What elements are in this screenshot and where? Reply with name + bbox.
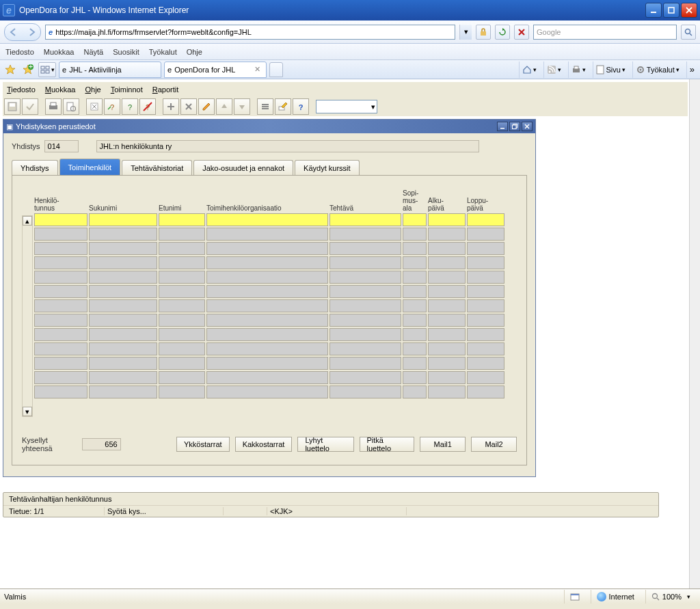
clear-icon[interactable] [86,98,103,115]
insert-record-icon[interactable] [163,98,179,115]
grid-cell[interactable] [428,385,466,398]
grid-cell[interactable] [467,314,504,327]
delete-record-icon[interactable] [180,98,197,115]
forward-button[interactable] [23,24,40,40]
grid-scrollbar[interactable]: ▴ ▾ [22,215,33,417]
mdi-close-button[interactable] [522,122,533,131]
ie-menu-suosikit[interactable]: Suosikit [113,48,139,56]
grid-cell[interactable] [467,328,504,341]
arrow-down-icon[interactable] [234,98,250,115]
search-input[interactable]: Google [533,25,677,40]
save-icon[interactable] [4,98,21,115]
grid-cell[interactable] [34,242,88,255]
grid-cell[interactable] [206,242,328,255]
ie-scrollbar[interactable] [689,79,700,588]
favorites-star-icon[interactable] [3,62,18,77]
feeds-button[interactable]: ▾ [543,62,564,78]
tab-jako-osuudet[interactable]: Jako-osuudet ja ennakot [193,160,293,175]
grid-cell[interactable] [159,256,205,269]
grid-cell[interactable] [89,213,157,226]
grid-cell[interactable] [329,271,401,284]
list-icon[interactable] [257,98,273,115]
ykkostarrat-button[interactable]: Ykköstarrat [176,437,230,452]
tab-opendora[interactable]: e OpenDora for JHL ✕ [164,62,267,78]
grid-cell[interactable] [329,228,401,241]
grid-cell[interactable] [159,213,205,226]
zoom-control[interactable]: 100%▾ [645,590,696,604]
grid-cell[interactable] [428,242,466,255]
ie-menu-nayta[interactable]: Näytä [83,48,103,56]
minimize-button[interactable] [645,3,662,18]
grid-cell[interactable] [403,228,427,241]
grid-cell[interactable] [159,385,205,398]
mail2-button[interactable]: Mail2 [471,437,517,452]
grid-cell[interactable] [467,242,504,255]
grid-cell[interactable] [467,357,504,370]
help-icon[interactable]: ? [293,98,309,115]
grid-cell[interactable] [329,342,401,355]
arrow-up-icon[interactable] [216,98,232,115]
mdi-minimize-button[interactable] [497,122,508,131]
tab-jhl-aktiivilinja[interactable]: e JHL - Aktiivilinja [59,62,161,78]
ie-menu-tiedosto[interactable]: Tiedosto [5,48,34,56]
grid-cell[interactable] [428,342,466,355]
refresh-button[interactable] [495,25,510,40]
edit-field-icon[interactable] [275,98,291,115]
grid-cell[interactable] [467,228,504,241]
grid-cell[interactable] [34,342,88,355]
address-dropdown[interactable]: ▾ [459,25,472,40]
grid-cell[interactable] [403,328,427,341]
grid-cell[interactable] [467,385,504,398]
chevron-button[interactable]: » [686,62,697,78]
grid-cell[interactable] [89,285,157,298]
grid-cell[interactable] [403,213,427,226]
page-button[interactable]: Sivu▾ [593,62,628,78]
grid-cell[interactable] [206,271,328,284]
grid-cell[interactable] [428,213,466,226]
cancel-query-icon[interactable]: ? [139,98,156,115]
grid-cell[interactable] [403,242,427,255]
grid-cell[interactable] [403,385,427,398]
grid-cell[interactable] [89,371,157,384]
app-menu-raportit[interactable]: Raportit [152,85,179,94]
grid-cell[interactable] [89,228,157,241]
grid-cell[interactable] [403,314,427,327]
grid-cell[interactable] [467,213,504,226]
grid-cell[interactable] [89,271,157,284]
home-button[interactable]: ▾ [519,62,539,78]
grid-cell[interactable] [89,357,157,370]
grid-cell[interactable] [89,242,157,255]
grid-cell[interactable] [206,328,328,341]
grid-cell[interactable] [34,299,88,312]
grid-cell[interactable] [206,314,328,327]
print-button[interactable]: ▾ [568,62,589,78]
grid-cell[interactable] [428,371,466,384]
grid-cell[interactable] [403,299,427,312]
grid-cell[interactable] [34,328,88,341]
grid-cell[interactable] [403,256,427,269]
grid-cell[interactable] [329,314,401,327]
grid-cell[interactable] [467,342,504,355]
grid-cell[interactable] [34,213,88,226]
grid-cell[interactable] [428,357,466,370]
new-tab-button[interactable] [269,62,283,77]
stop-button[interactable] [514,25,529,40]
kakkostarrat-button[interactable]: Kakkostarrat [235,437,293,452]
maximize-button[interactable] [663,3,679,18]
close-button[interactable] [681,3,697,18]
execute-query-icon[interactable]: ? [122,98,138,115]
grid-cell[interactable] [34,314,88,327]
back-button[interactable] [5,24,23,40]
grid-cell[interactable] [206,228,328,241]
app-menu-muokkaa[interactable]: Muokkaa [45,85,76,94]
print-preview-icon[interactable] [63,98,79,115]
yhdistys-code-field[interactable]: 014 [44,140,79,152]
grid-cell[interactable] [159,271,205,284]
grid-cell[interactable] [428,256,466,269]
grid-cell[interactable] [403,271,427,284]
grid-cell[interactable] [159,314,205,327]
grid-cell[interactable] [89,256,157,269]
tab-toimihenkilot[interactable]: Toimihenkilöt [59,159,121,175]
grid-cell[interactable] [206,299,328,312]
grid-cell[interactable] [159,371,205,384]
